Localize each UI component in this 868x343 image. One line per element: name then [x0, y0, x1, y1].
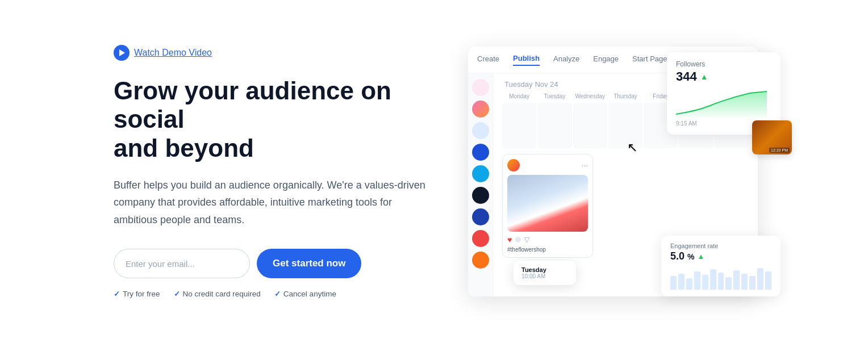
sidebar-icon-twitter[interactable]	[472, 122, 489, 139]
engagement-card: Engagement rate 5.0 % ▲	[661, 236, 781, 296]
post-tag: #theflowershop	[507, 246, 588, 253]
day-tuesday: Tuesday	[537, 93, 571, 99]
cal-col-3	[573, 103, 607, 148]
post-actions: ♥ ▽	[507, 235, 588, 244]
up-arrow-icon: ▲	[700, 72, 708, 81]
social-sidebar	[468, 73, 493, 296]
headline: Grow your audience on social and beyond	[114, 77, 432, 163]
check-icon-1: ✓	[114, 290, 120, 298]
sidebar-icon-pinterest[interactable]	[472, 79, 489, 96]
scheduled-card: Tuesday 10:00 AM	[514, 261, 576, 285]
flower-image	[507, 175, 588, 232]
nav-start-page[interactable]: Start Page	[632, 55, 667, 65]
sidebar-icon-instagram[interactable]	[472, 101, 489, 118]
cal-col-1	[502, 103, 536, 148]
check-icon-2: ✓	[174, 290, 180, 298]
engagement-bar-chart	[670, 267, 771, 290]
headline-line2: and beyond	[114, 134, 254, 162]
bar-2	[678, 274, 685, 290]
post-image	[507, 175, 588, 232]
thumbnail-time: 12:20 PM	[769, 148, 790, 153]
scheduled-day: Tuesday	[521, 266, 568, 273]
day-thursday: Thursday	[608, 93, 642, 99]
bar-9	[733, 270, 740, 290]
engagement-label: Engagement rate	[670, 242, 771, 249]
trust-item-free: ✓ Try for free	[114, 290, 160, 298]
trust-row: ✓ Try for free ✓ No credit card required…	[114, 290, 432, 298]
nav-analyze[interactable]: Analyze	[553, 55, 579, 65]
bar-3	[686, 278, 692, 290]
day-monday: Monday	[502, 93, 536, 99]
bar-5	[702, 275, 708, 290]
bar-4	[694, 271, 700, 290]
engagement-value: 5.0 % ▲	[670, 250, 771, 262]
scheduled-time: 10:00 AM	[521, 273, 568, 279]
filter-icon[interactable]: ▽	[524, 236, 529, 244]
thumbnail-card: 12:20 PM	[752, 120, 792, 154]
sidebar-icon-twitter2[interactable]	[472, 208, 489, 225]
watch-demo-text: Watch Demo Video	[134, 48, 212, 58]
sidebar-icon-tiktok[interactable]	[472, 187, 489, 204]
ui-mockup: Create Publish Analyze Engage Start Page	[454, 0, 800, 343]
check-icon-3: ✓	[274, 290, 281, 298]
bar-7	[718, 273, 724, 290]
bar-1	[670, 276, 677, 290]
bar-8	[725, 277, 732, 290]
followers-count: 344 ▲	[676, 69, 771, 84]
engagement-arrow: ▲	[697, 252, 704, 261]
sidebar-icon-youtube[interactable]	[472, 230, 489, 247]
sidebar-icon-linkedin[interactable]	[472, 165, 489, 182]
cal-col-4	[608, 103, 642, 148]
post-header: ···	[507, 159, 588, 172]
subheadline: Buffer helps you build an audience organ…	[114, 177, 432, 229]
bar-11	[749, 276, 756, 290]
post-menu-dots[interactable]: ···	[581, 161, 588, 170]
sidebar-icon-facebook[interactable]	[472, 144, 489, 161]
nav-engage[interactable]: Engage	[593, 55, 619, 65]
nav-create[interactable]: Create	[477, 55, 499, 65]
cal-col-2	[537, 103, 571, 148]
hero-content: Watch Demo Video Grow your audience on s…	[114, 45, 432, 299]
day-wednesday: Wednesday	[573, 93, 607, 99]
email-input[interactable]	[114, 249, 250, 278]
followers-chart	[676, 89, 767, 117]
post-preview-card: ··· ♥ ▽ #theflowershop	[502, 154, 593, 258]
sidebar-icon-other[interactable]	[472, 252, 489, 269]
bar-13	[765, 271, 771, 290]
play-icon	[114, 45, 130, 61]
bar-12	[757, 268, 763, 290]
watch-demo-link[interactable]: Watch Demo Video	[114, 45, 432, 61]
cta-row: Get started now	[114, 249, 432, 278]
bar-6	[710, 269, 716, 290]
trust-item-no-cc: ✓ No credit card required	[174, 290, 261, 298]
post-avatar	[507, 159, 520, 172]
headline-line1: Grow your audience on social	[114, 77, 391, 133]
bar-10	[741, 274, 748, 290]
nav-publish[interactable]: Publish	[513, 54, 540, 66]
circle-icon	[515, 237, 521, 242]
heart-icon[interactable]: ♥	[507, 235, 512, 244]
trust-item-cancel: ✓ Cancel anytime	[274, 290, 336, 298]
get-started-button[interactable]: Get started now	[257, 249, 361, 278]
followers-label: Followers	[676, 60, 771, 68]
